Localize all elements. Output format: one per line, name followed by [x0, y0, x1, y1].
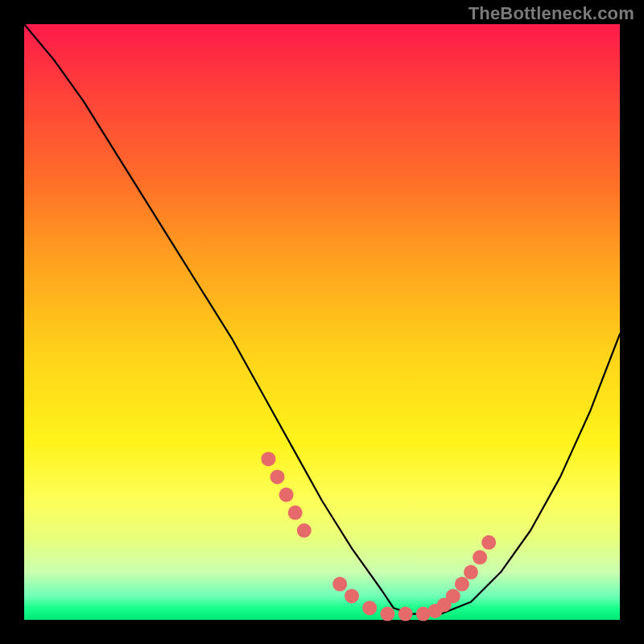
bottleneck-curve-line [24, 24, 620, 614]
highlight-dot [455, 577, 469, 592]
highlight-dot [297, 523, 312, 538]
highlight-dot [332, 577, 347, 592]
watermark-text: TheBottleneck.com [469, 3, 634, 24]
highlight-dot [446, 588, 460, 603]
highlight-dot [261, 452, 275, 466]
highlight-dot [481, 535, 496, 550]
chart-frame: TheBottleneck.com [0, 0, 644, 644]
highlight-dot [288, 506, 303, 520]
highlight-dot [473, 550, 487, 564]
highlight-dot [270, 469, 285, 484]
highlight-dot [345, 588, 359, 603]
highlight-dot [362, 601, 377, 615]
highlight-dots-group [261, 452, 496, 621]
highlight-dot [380, 607, 394, 621]
chart-svg [24, 24, 620, 620]
highlight-dot [279, 488, 294, 502]
highlight-dot [464, 565, 478, 580]
highlight-dot [398, 607, 413, 621]
